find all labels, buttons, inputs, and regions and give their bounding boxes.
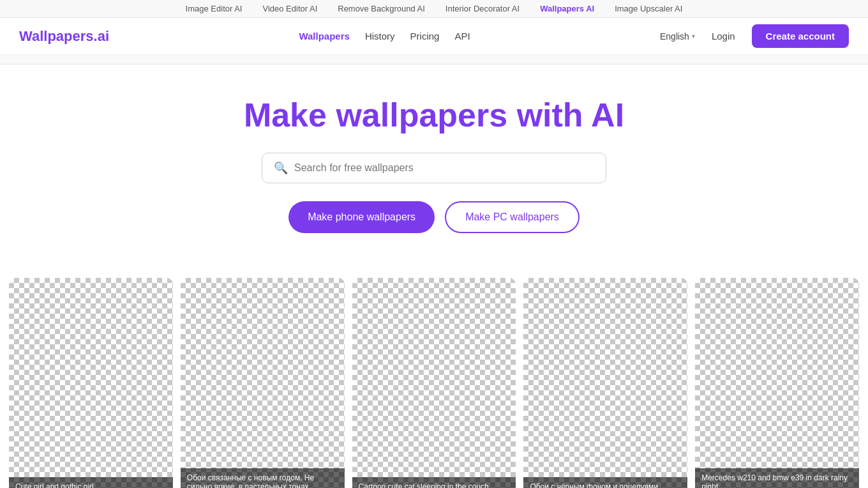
topbar-link[interactable]: Video Editor AI	[262, 4, 317, 13]
topbar-link[interactable]: Image Upscaler AI	[615, 4, 682, 13]
gallery-item[interactable]: Cute girl and gothic girl	[9, 278, 173, 488]
gallery-item[interactable]: Mercedes w210 and bmw e39 in dark rainy …	[695, 278, 859, 488]
login-button[interactable]: Login	[703, 26, 744, 47]
gallery-caption: Обои с чёрным фоном и поцелуями	[523, 477, 687, 488]
gallery-caption: Cartoon cute cat sleeping in the couch	[352, 477, 516, 488]
topbar-link[interactable]: Image Editor AI	[186, 4, 243, 13]
chevron-down-icon: ▾	[692, 33, 695, 40]
create-account-button[interactable]: Create account	[752, 24, 849, 48]
gallery-caption: Cute girl and gothic girl	[9, 477, 173, 488]
hero-title: Make wallpapers with AI	[13, 96, 855, 135]
hero-buttons: Make phone wallpapers Make PC wallpapers	[13, 201, 855, 233]
logo[interactable]: Wallpapers.ai	[19, 28, 109, 45]
search-bar: 🔍	[262, 153, 606, 183]
search-input[interactable]	[294, 162, 594, 174]
lang-label: English	[660, 31, 689, 42]
nav-wallpapers[interactable]: Wallpapers	[299, 31, 349, 42]
gallery-caption: Mercedes w210 and bmw e39 in dark rainy …	[695, 468, 859, 488]
make-phone-wallpapers-button[interactable]: Make phone wallpapers	[288, 201, 435, 233]
hero-section: Make wallpapers with AI 🔍 Make phone wal…	[0, 65, 868, 278]
top-bar: Image Editor AIVideo Editor AIRemove Bac…	[0, 0, 868, 18]
make-pc-wallpapers-button[interactable]: Make PC wallpapers	[445, 201, 580, 233]
gallery-item[interactable]: Обои связанные с новым годом. Не сильно …	[181, 278, 345, 488]
product-links-bar	[0, 55, 868, 65]
topbar-link[interactable]: Interior Decorator AI	[445, 4, 520, 13]
nav-pricing[interactable]: Pricing	[410, 31, 440, 42]
nav-api[interactable]: API	[454, 31, 470, 42]
search-icon: 🔍	[274, 161, 288, 175]
gallery-grid: Cute girl and gothic girl Обои связанные…	[0, 278, 868, 488]
gallery-item[interactable]: Обои с чёрным фоном и поцелуями	[523, 278, 687, 488]
nav-history[interactable]: History	[365, 31, 395, 42]
nav-actions: English ▾ Login Create account	[660, 24, 849, 48]
topbar-link[interactable]: Wallpapers AI	[540, 4, 594, 13]
gallery-item[interactable]: Cartoon cute cat sleeping in the couch	[352, 278, 516, 488]
nav-links: Wallpapers History Pricing API	[299, 31, 470, 42]
language-selector[interactable]: English ▾	[660, 31, 695, 42]
gallery-caption: Обои связанные с новым годом. Не сильно …	[181, 468, 345, 488]
topbar-link[interactable]: Remove Background AI	[338, 4, 425, 13]
main-nav: Wallpapers.ai Wallpapers History Pricing…	[0, 18, 868, 55]
